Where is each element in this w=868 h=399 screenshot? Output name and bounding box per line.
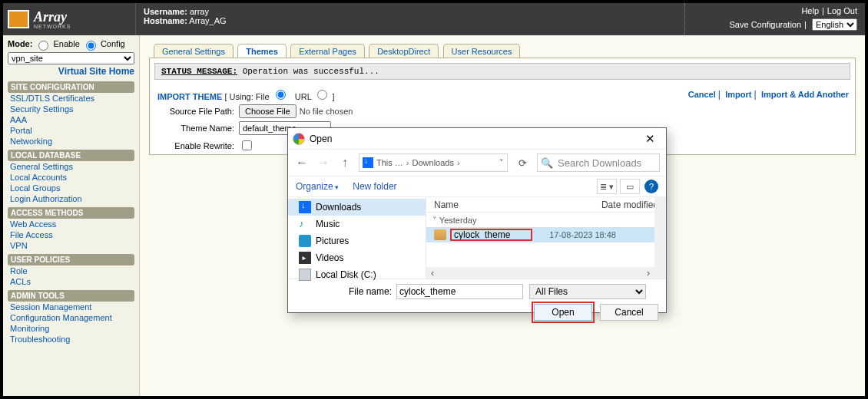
username-label: Username:: [144, 7, 187, 16]
nav-local-groups[interactable]: Local Groups: [8, 183, 134, 193]
sidebar: Mode: Enable Config vpn_site Virtual Sit…: [3, 35, 140, 396]
dialog-toolbar: Organize New folder ≣ ▾ ▭ ?: [288, 176, 666, 197]
logo-icon: [8, 10, 29, 28]
import-actions: Cancel| Import| Import & Add Another: [688, 89, 849, 100]
folder-icon: [434, 229, 446, 240]
new-folder-button[interactable]: New folder: [353, 181, 396, 192]
no-file-chosen: No file chosen: [300, 107, 353, 116]
nav-forward-icon[interactable]: →: [316, 155, 331, 170]
mode-enable[interactable]: Enable: [35, 39, 79, 48]
disk-icon: [299, 269, 311, 281]
downloads-icon: [363, 157, 373, 168]
language-select[interactable]: English: [812, 18, 857, 31]
action-cancel[interactable]: Cancel: [688, 90, 716, 99]
places-list: Downloads Music Pictures Videos Local Di…: [288, 197, 426, 279]
status-label: STATUS MESSAGE:: [161, 67, 237, 76]
breadcrumb[interactable]: This …› Downloads› ˅: [359, 153, 508, 172]
enable-rewrite-checkbox[interactable]: [242, 140, 252, 150]
refresh-icon[interactable]: ⟳: [514, 157, 531, 169]
nav-back-icon[interactable]: ←: [294, 155, 310, 170]
close-icon[interactable]: ✕: [638, 132, 661, 146]
logo: Array NETWORKS: [3, 3, 135, 35]
nav-vpn[interactable]: VPN: [8, 240, 134, 251]
tab-external-pages[interactable]: External Pages: [290, 44, 365, 58]
nav-local-accounts[interactable]: Local Accounts: [8, 172, 134, 183]
scrollbar-vertical[interactable]: [654, 197, 666, 279]
nav-role[interactable]: Role: [8, 265, 134, 276]
dialog-footer: File name: All Files Open Cancel: [288, 279, 666, 327]
enable-rewrite-label: Enable Rewrite:: [157, 141, 234, 150]
action-import-add[interactable]: Import & Add Another: [761, 90, 849, 99]
tab-desktopdirect[interactable]: DesktopDirect: [369, 44, 439, 58]
mode-config[interactable]: Config: [82, 39, 125, 48]
choose-file-button[interactable]: Choose File: [239, 104, 297, 118]
tab-themes[interactable]: Themes: [237, 44, 287, 58]
hostname-label: Hostname:: [144, 16, 187, 25]
chevron-down-icon[interactable]: ˅: [499, 158, 504, 168]
logo-text: Array: [34, 9, 67, 25]
nav-security[interactable]: Security Settings: [8, 104, 134, 114]
place-local-disk[interactable]: Local Disk (C:): [288, 266, 426, 283]
local-db-head: LOCAL DATABASE: [8, 150, 134, 161]
access-head: ACCESS METHODS: [8, 207, 134, 219]
mode-row: Mode: Enable Config: [8, 38, 134, 51]
nav-web-access[interactable]: Web Access: [8, 219, 134, 229]
downloads-icon: [299, 201, 311, 213]
organize-menu[interactable]: Organize: [296, 181, 339, 192]
tab-general-settings[interactable]: General Settings: [154, 44, 234, 58]
logout-link[interactable]: Log Out: [827, 6, 857, 15]
top-info: Username: array Hostname: Array_AG: [135, 3, 684, 35]
nav-troubleshooting[interactable]: Troubleshooting: [8, 334, 134, 345]
file-name: cylock_theme: [451, 229, 532, 240]
nav-aaa[interactable]: AAA: [8, 114, 134, 125]
tab-user-resources[interactable]: User Resources: [443, 44, 521, 58]
scrollbar-horizontal[interactable]: ‹›: [426, 267, 654, 279]
nav-networking[interactable]: Networking: [8, 136, 134, 147]
nav-local-general[interactable]: General Settings: [8, 161, 134, 172]
help-link[interactable]: Help: [801, 6, 819, 15]
nav-file-access[interactable]: File Access: [8, 229, 134, 240]
filename-label: File name:: [296, 286, 392, 297]
nav-acls[interactable]: ACLs: [8, 276, 134, 287]
pictures-icon: [299, 235, 311, 247]
filename-input[interactable]: [396, 284, 523, 299]
view-details-icon[interactable]: ▭: [620, 179, 640, 194]
file-row-cylock[interactable]: cylock_theme 17-08-2023 18:48: [426, 227, 666, 242]
nav-session-mgmt[interactable]: Session Management: [8, 302, 134, 312]
nav-login-auth[interactable]: Login Authorization: [8, 193, 134, 204]
place-music[interactable]: Music: [288, 216, 426, 232]
nav-ssl[interactable]: SSL/DTLS Certificates: [8, 93, 134, 104]
virtual-site-home-link[interactable]: Virtual Site Home: [8, 66, 134, 77]
col-date[interactable]: Date modified: [574, 200, 658, 210]
dialog-body: Downloads Music Pictures Videos Local Di…: [288, 197, 666, 279]
file-open-dialog: Open ✕ ← → ↑ This …› Downloads› ˅ ⟳ 🔍 Se…: [287, 127, 667, 313]
view-list-icon[interactable]: ≣ ▾: [597, 179, 617, 194]
open-button[interactable]: Open: [534, 304, 592, 321]
save-config-link[interactable]: Save Configuration: [730, 20, 802, 29]
using-url[interactable]: URL: [295, 92, 330, 101]
action-import[interactable]: Import: [725, 90, 751, 99]
using-file[interactable]: File: [256, 92, 288, 101]
site-select[interactable]: vpn_site: [8, 52, 134, 64]
col-name[interactable]: Name: [434, 200, 574, 210]
search-icon: 🔍: [541, 157, 553, 169]
crumb-downloads[interactable]: Downloads: [412, 158, 454, 167]
search-input[interactable]: 🔍 Search Downloads: [537, 153, 660, 172]
cancel-button[interactable]: Cancel: [600, 304, 658, 321]
status-message: STATUS MESSAGE: Operation was successful…: [154, 63, 850, 80]
nav-up-icon[interactable]: ↑: [337, 155, 353, 170]
place-videos[interactable]: Videos: [288, 249, 426, 266]
policies-head: USER POLICIES: [8, 254, 134, 265]
crumb-root[interactable]: This …: [376, 158, 403, 167]
help-icon[interactable]: ?: [644, 180, 658, 193]
file-type-filter[interactable]: All Files: [529, 284, 646, 299]
place-pictures[interactable]: Pictures: [288, 232, 426, 249]
files-panel: Name Date modified Yesterday cylock_them…: [426, 197, 666, 279]
nav-config-mgmt[interactable]: Configuration Management: [8, 312, 134, 323]
username-value: array: [190, 7, 209, 16]
nav-monitoring[interactable]: Monitoring: [8, 323, 134, 334]
nav-portal[interactable]: Portal: [8, 125, 134, 136]
place-downloads[interactable]: Downloads: [288, 199, 426, 216]
group-yesterday[interactable]: Yesterday: [426, 213, 666, 227]
dialog-titlebar: Open ✕: [288, 128, 666, 150]
